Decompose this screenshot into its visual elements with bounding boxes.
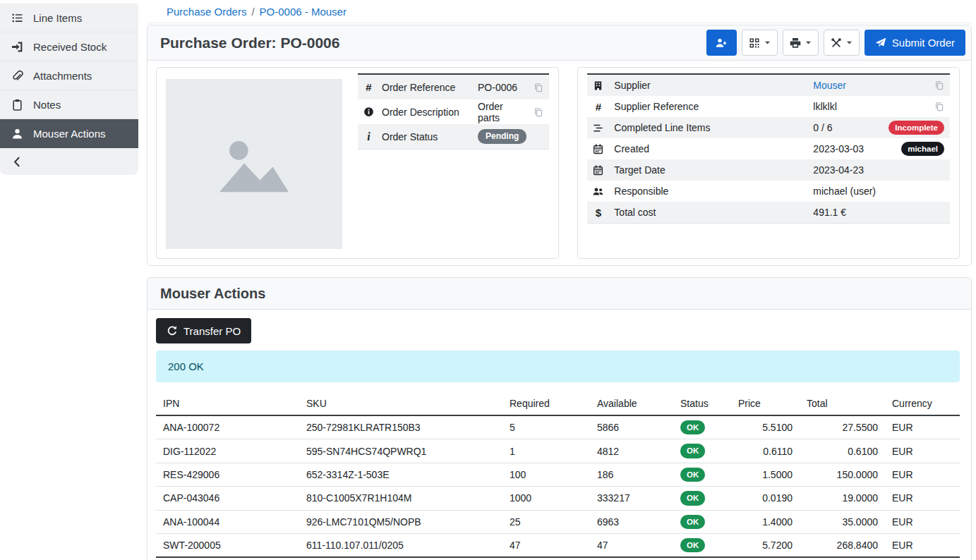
cell: 47: [590, 533, 673, 557]
order-status-badge: Pending: [478, 129, 526, 144]
purchase-order-details: #Order ReferencePO-0006Order Description…: [147, 61, 971, 265]
detail-value-text: 491.1 €: [813, 207, 846, 218]
hash-icon: #: [593, 102, 603, 112]
status-alert: 200 OK: [156, 351, 960, 382]
mouser-actions-header: Mouser Actions: [147, 278, 971, 310]
breadcrumb-link-purchase-orders[interactable]: Purchase Orders: [167, 6, 246, 18]
cell: 926-LMC7101QM5/NOPB: [299, 510, 502, 533]
supplier-details-box: SupplierMouser#Supplier Referencelklklkl…: [577, 67, 960, 259]
copy-icon[interactable]: [534, 83, 543, 92]
sidebar-item-mouser-actions[interactable]: Mouser Actions: [0, 119, 138, 148]
caret-down-icon: [764, 39, 771, 46]
cell: 100: [502, 463, 590, 486]
list-stream-icon: [593, 123, 603, 133]
order-actions-button[interactable]: [824, 30, 860, 56]
sidebar-item-label: Notes: [33, 99, 61, 111]
clipboard-icon: [11, 99, 23, 111]
purchase-order-card: Purchase Order: PO-0006: [147, 25, 972, 266]
transfer-po-label: Transfer PO: [183, 325, 241, 337]
sidebar-item-label: Received Stock: [33, 41, 107, 53]
page: Line ItemsReceived StockAttachmentsNotes…: [0, 0, 976, 560]
cell: 5.7200: [731, 533, 800, 557]
transfer-po-button[interactable]: Transfer PO: [156, 318, 251, 343]
detail-row: #Supplier Referencelklklkl: [587, 96, 950, 117]
copy-icon[interactable]: [534, 107, 543, 117]
status-cell: OK: [673, 510, 731, 533]
sidebar-item-received-stock[interactable]: Received Stock: [0, 32, 138, 61]
detail-value: Order parts: [478, 101, 526, 123]
cell: ANA-100072: [156, 415, 299, 439]
detail-value-text: 2023-03-03: [813, 143, 864, 154]
parts-table-row: CAP-043046810-C1005X7R1H104M1000333217OK…: [156, 487, 960, 510]
detail-value-text: PO-0006: [478, 82, 517, 93]
detail-label: Completed Line Items: [614, 122, 813, 133]
hash-icon: #: [363, 82, 374, 92]
breadcrumb-link-current[interactable]: PO-0006 - Mouser: [260, 6, 347, 18]
dollar-icon: $: [593, 207, 603, 218]
copy-icon[interactable]: [934, 80, 944, 90]
status-cell: OK: [673, 415, 731, 439]
detail-label: Created: [614, 143, 813, 154]
status-cell: OK: [673, 439, 731, 463]
footer-empty-cell: [885, 557, 960, 560]
detail-row: #Order ReferencePO-0006: [358, 75, 549, 99]
cell: 333217: [590, 487, 673, 510]
detail-row-end: [934, 80, 944, 90]
order-image-placeholder[interactable]: [166, 79, 342, 249]
calendar-icon: [593, 144, 603, 154]
cell: 4812: [590, 439, 673, 463]
sidebar-item-attachments[interactable]: Attachments: [0, 61, 138, 90]
print-actions-button[interactable]: [783, 30, 819, 56]
detail-badge: michael: [901, 142, 944, 156]
cell: EUR: [885, 439, 960, 463]
caret-down-icon: [805, 39, 812, 46]
detail-value: Pending: [478, 129, 526, 144]
qrcode-icon: [749, 37, 760, 49]
cell: 0.0190: [731, 487, 800, 510]
cell: 0.6110: [731, 439, 800, 463]
breadcrumb: Purchase Orders / PO-0006 - Mouser: [147, 0, 972, 23]
barcode-actions-button[interactable]: [742, 30, 778, 56]
cell: 268.8400: [800, 533, 885, 557]
parts-table-row: SWT-200005611-110.107.011/02054747OK5.72…: [156, 533, 960, 557]
sidebar-item-label: Mouser Actions: [33, 128, 106, 140]
purchase-order-card-header: Purchase Order: PO-0006: [147, 25, 971, 61]
submit-order-button[interactable]: Submit Order: [864, 30, 965, 56]
panel-title: Mouser Actions: [160, 286, 265, 302]
cell: 5: [502, 415, 590, 439]
detail-label: Supplier: [614, 80, 813, 91]
breadcrumb-separator: /: [251, 6, 254, 18]
detail-value-text: 0 / 6: [813, 122, 832, 133]
parts-table-row: DIG-112022595-SN74HCS74QPWRQ114812OK0.61…: [156, 439, 960, 463]
parts-table-row: RES-429006652-3314Z-1-503E100186OK1.5000…: [156, 463, 960, 486]
supplier-details-table: SupplierMouser#Supplier Referencelklklkl…: [587, 73, 950, 224]
cell: 611-110.107.011/0205: [299, 533, 502, 557]
detail-row: Completed Line Items0 / 6Incomplete: [587, 117, 950, 138]
sidebar-item-line-items[interactable]: Line Items: [0, 4, 138, 32]
column-header-price: Price: [731, 394, 800, 415]
printer-icon: [790, 37, 801, 49]
detail-row: Order DescriptionOrder parts: [358, 99, 549, 124]
detail-row: iOrder StatusPending: [358, 124, 549, 149]
cell: 5.5100: [731, 415, 800, 439]
detail-row-end: [934, 102, 944, 111]
paper-plane-icon: [875, 37, 886, 49]
info-circle-icon: [363, 106, 374, 117]
column-header-currency: Currency: [885, 394, 960, 415]
sidebar: Line ItemsReceived StockAttachmentsNotes…: [0, 0, 138, 560]
image-placeholder-icon: [215, 125, 294, 204]
cell: EUR: [885, 415, 960, 439]
info-italic-icon: i: [363, 131, 374, 142]
sidebar-item-notes[interactable]: Notes: [0, 90, 138, 119]
detail-value: Mouser: [813, 80, 934, 91]
detail-row: Created2023-03-03michael: [587, 138, 950, 159]
sidebar-collapse-button[interactable]: [0, 148, 138, 175]
cell: ANA-100044: [156, 510, 299, 533]
detail-value-link[interactable]: Mouser: [813, 80, 846, 91]
status-ok-badge: OK: [680, 491, 705, 505]
copy-icon[interactable]: [934, 102, 944, 111]
rotate-icon: [167, 325, 178, 336]
cell: EUR: [885, 463, 960, 486]
main-content: Purchase Orders / PO-0006 - Mouser Purch…: [138, 0, 976, 560]
user-actions-button[interactable]: [706, 30, 737, 56]
